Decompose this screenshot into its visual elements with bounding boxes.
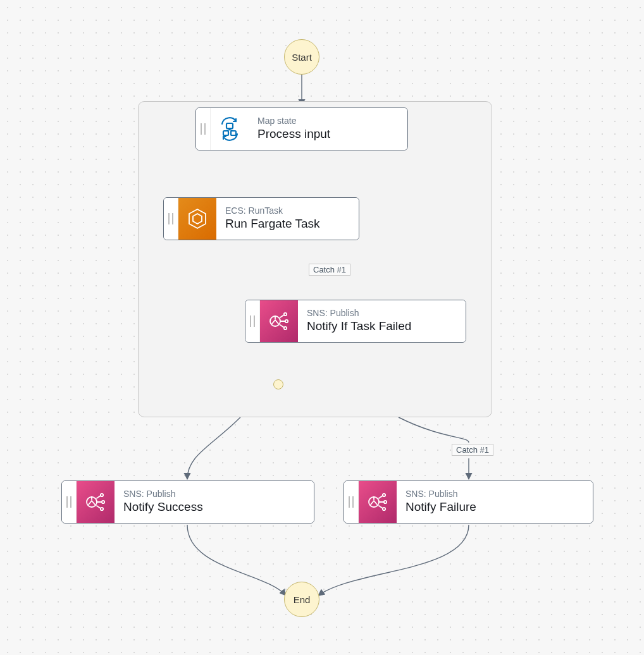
drag-handle[interactable] [196, 108, 211, 150]
catch-label-inner: Catch #1 [309, 264, 350, 276]
svg-line-26 [379, 496, 383, 498]
svg-point-14 [285, 320, 288, 322]
svg-line-5 [230, 130, 233, 131]
svg-rect-0 [226, 123, 233, 128]
catch-label-outer: Catch #1 [452, 444, 493, 456]
svg-line-18 [97, 496, 101, 498]
notify-failed-title: Notify If Task Failed [307, 319, 457, 334]
merge-point [273, 379, 283, 389]
svg-marker-7 [193, 214, 202, 224]
map-subtitle: Map state [257, 116, 399, 126]
svg-point-30 [384, 501, 387, 503]
notify-failure-subtitle: SNS: Publish [406, 489, 584, 499]
notify-success-subtitle: SNS: Publish [123, 489, 305, 499]
svg-point-23 [101, 508, 103, 510]
svg-line-10 [280, 315, 284, 317]
notify-success-node[interactable]: SNS: Publish Notify Success [61, 481, 314, 523]
sns-icon [77, 481, 115, 523]
notify-failure-text: SNS: Publish Notify Failure [397, 481, 593, 523]
map-icon [211, 108, 249, 150]
map-state-node[interactable]: Map state Process input [195, 107, 408, 150]
end-label: End [294, 594, 311, 605]
svg-line-28 [379, 506, 383, 508]
notify-failed-text: SNS: Publish Notify If Task Failed [298, 300, 466, 342]
ecs-icon [178, 198, 216, 240]
map-title: Process input [257, 126, 399, 142]
svg-point-21 [101, 494, 103, 496]
fargate-text: ECS: RunTask Run Fargate Task [216, 198, 359, 240]
fargate-subtitle: ECS: RunTask [225, 205, 350, 216]
sns-icon [260, 300, 298, 342]
svg-line-20 [97, 506, 101, 508]
svg-point-31 [383, 508, 385, 510]
fargate-title: Run Fargate Task [225, 216, 350, 232]
sns-icon [359, 481, 397, 523]
notify-success-text: SNS: Publish Notify Success [115, 481, 314, 523]
workflow-canvas[interactable]: Start Map state [0, 0, 644, 655]
svg-point-13 [284, 313, 287, 315]
svg-point-15 [284, 327, 287, 329]
end-node[interactable]: End [284, 582, 319, 617]
notify-failure-node[interactable]: SNS: Publish Notify Failure [344, 481, 593, 523]
run-fargate-task-node[interactable]: ECS: RunTask Run Fargate Task [163, 197, 359, 240]
drag-handle[interactable] [62, 481, 77, 523]
notify-success-title: Notify Success [123, 499, 305, 515]
svg-line-12 [280, 325, 284, 328]
svg-point-29 [383, 494, 385, 496]
start-label: Start [292, 52, 312, 63]
svg-marker-6 [189, 209, 206, 228]
map-text: Map state Process input [249, 108, 407, 150]
svg-point-22 [102, 501, 104, 503]
notify-failure-title: Notify Failure [406, 499, 584, 515]
notify-failed-subtitle: SNS: Publish [307, 308, 457, 319]
drag-handle[interactable] [344, 481, 359, 523]
notify-if-task-failed-node[interactable]: SNS: Publish Notify If Task Failed [245, 300, 466, 343]
drag-handle[interactable] [164, 198, 178, 240]
drag-handle[interactable] [245, 300, 260, 342]
start-node[interactable]: Start [284, 39, 319, 75]
